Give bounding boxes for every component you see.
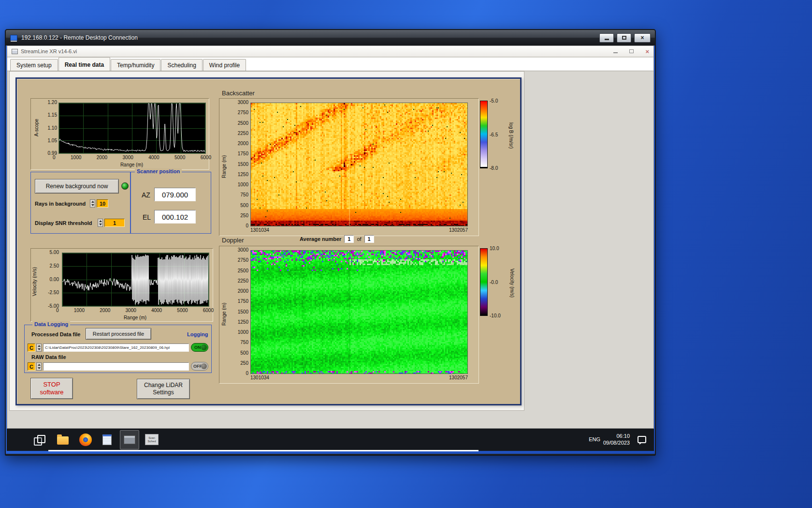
snr-spinner[interactable]	[98, 219, 103, 227]
tick-label: 3000	[123, 155, 133, 160]
rays-spinner[interactable]	[90, 199, 95, 208]
backscatter-colorbar-ticks: -5.0-6.5-8.0	[490, 98, 506, 171]
renew-background-button[interactable]: Renew background now	[35, 179, 119, 194]
elevation-value: 000.102	[154, 210, 196, 224]
tick-label: -0.0	[490, 280, 498, 285]
tick-label: 0	[246, 371, 248, 376]
clock[interactable]: 06:10 09/08/2023	[603, 433, 630, 447]
backscatter-title: Backscatter	[222, 90, 255, 97]
tick-label: 10.0	[490, 246, 499, 251]
time-end: 1302057	[449, 375, 468, 380]
app-window: StreamLine XR v14-6.vi × System setup Re…	[7, 45, 654, 429]
tick-label: 750	[240, 192, 248, 197]
raw-path-field[interactable]	[43, 362, 189, 371]
tab-temp-humidity[interactable]: Temp/humidity	[111, 59, 160, 71]
processed-logging-toggle[interactable]: ON	[191, 343, 208, 352]
stop-line1: STOP	[43, 381, 60, 388]
tick-label: 0	[53, 155, 56, 160]
tick-label: 1500	[238, 162, 248, 167]
processed-path-spinner[interactable]	[36, 344, 42, 352]
a-scope-x-axis-label: Range (m)	[58, 162, 205, 167]
tick-label: 2750	[238, 110, 248, 115]
a-scope-y-axis-label: A-scope	[34, 105, 41, 150]
rdp-minimize-button[interactable]	[599, 33, 614, 43]
tab-wind-profile[interactable]: Wind profile	[203, 59, 246, 71]
doppler-y-axis-label: Range (m)	[221, 291, 228, 337]
taskbar: Scan Sched ENG 06:10 09/08/2023	[7, 429, 654, 451]
change-line1: Change LiDAR	[144, 382, 183, 389]
task-view-icon[interactable]	[34, 435, 44, 445]
minimize-icon[interactable]	[613, 52, 618, 53]
tick-label: 1.20	[48, 100, 57, 105]
average-number-input[interactable]: 1	[344, 235, 354, 243]
scan-scheduler-icon[interactable]: Scan Sched	[145, 434, 159, 445]
notepad-icon[interactable]	[102, 434, 112, 445]
app-title: StreamLine XR v14-6.vi	[21, 48, 77, 54]
snr-value[interactable]: 1	[104, 219, 125, 227]
tab-system-setup[interactable]: System setup	[10, 59, 58, 71]
tick-label: 1000	[71, 155, 81, 160]
file-explorer-icon[interactable]	[57, 436, 69, 445]
tick-label: 4000	[148, 155, 159, 160]
processed-path-field[interactable]: C:\Lidar\Data\Proc\2023\202308\20230809\…	[43, 344, 189, 352]
background-led-indicator	[121, 182, 129, 190]
minimize-icon	[605, 39, 609, 40]
raw-logging-toggle[interactable]: OFF	[191, 362, 208, 371]
scanner-position-group: Scanner position AZ 079.000 EL 000.102	[130, 172, 211, 234]
snr-threshold-label: Display SNR threshold	[35, 220, 92, 226]
maximize-icon[interactable]	[629, 49, 634, 53]
tick-label: 1750	[238, 151, 248, 156]
backscatter-graph: Range (m) 300027502500225020001750150012…	[219, 98, 479, 236]
restart-processed-file-button[interactable]: Restart processed file	[86, 328, 151, 340]
tick-label: 1.15	[48, 112, 57, 118]
real-time-data-page: A-scope 1.201.151.101.050.99 01000200030…	[9, 71, 524, 411]
tab-scheduling[interactable]: Scheduling	[161, 59, 202, 71]
raw-path-spinner[interactable]	[36, 362, 42, 371]
active-app-taskbar-button[interactable]	[120, 430, 139, 449]
language-indicator[interactable]: ENG	[589, 436, 600, 442]
backscatter-time-axis: 1301034 1302057	[250, 227, 468, 233]
rays-value[interactable]: 10	[97, 199, 108, 208]
close-icon[interactable]: ×	[645, 48, 649, 55]
notification-center-icon[interactable]	[638, 436, 646, 443]
doppler-title: Doppler	[222, 237, 244, 244]
velocity-x-ticks: 0100020003000400050006000	[56, 308, 214, 313]
tick-label: 5000	[177, 308, 188, 313]
change-line2: Settings	[153, 389, 174, 396]
tick-label: 250	[240, 213, 248, 218]
tick-label: 2.50	[50, 263, 59, 269]
tick-label: 1250	[238, 319, 248, 325]
rdp-titlebar[interactable]: 192.168.0.122 - Remote Desktop Connectio…	[6, 30, 655, 45]
change-lidar-settings-button[interactable]: Change LiDAR Settings	[137, 379, 190, 399]
tick-label: 0	[246, 223, 248, 228]
app-titlebar[interactable]: StreamLine XR v14-6.vi ×	[7, 46, 653, 57]
data-logging-title: Data Logging	[32, 321, 70, 327]
average-total-input[interactable]: 1	[364, 235, 374, 243]
azimuth-value: 079.000	[154, 188, 196, 201]
tick-label: 2000	[238, 141, 248, 146]
raw-drive-value[interactable]: C	[28, 362, 35, 371]
tick-label: 3000	[238, 100, 248, 105]
rdp-window: 192.168.0.122 - Remote Desktop Connectio…	[5, 29, 656, 456]
tick-label: 3000	[238, 247, 248, 253]
backscatter-heatmap	[250, 103, 468, 226]
velocity-y-ticks: 5.002.500.00-2.50-5.00	[40, 250, 59, 309]
rdp-window-controls: ×	[599, 33, 651, 43]
tab-real-time-data[interactable]: Real time data	[58, 57, 110, 71]
rdp-close-button[interactable]: ×	[634, 33, 651, 43]
tick-label: 1000	[238, 182, 248, 187]
time-start: 1301034	[250, 375, 269, 380]
doppler-graph: Range (m) 300027502500225020001750150012…	[219, 246, 479, 384]
backscatter-colorbar-label: log B (/m/sr)	[506, 104, 514, 167]
scan-label-2: Sched	[147, 440, 156, 443]
rays-in-background-label: Rays in background	[35, 201, 86, 207]
rdp-maximize-button[interactable]	[617, 33, 631, 43]
doppler-colorbar-label: Velocity (m/s)	[507, 252, 515, 314]
tick-label: 1750	[238, 299, 248, 304]
processed-drive-value[interactable]: C	[28, 344, 35, 352]
raw-data-file-label: RAW Data file	[31, 354, 66, 360]
time-start: 1301034	[250, 227, 269, 233]
doppler-colorbar-ticks: 10.0-0.0-10.0	[490, 246, 508, 318]
firefox-icon[interactable]	[79, 433, 92, 446]
stop-software-button[interactable]: STOP software	[30, 378, 73, 399]
